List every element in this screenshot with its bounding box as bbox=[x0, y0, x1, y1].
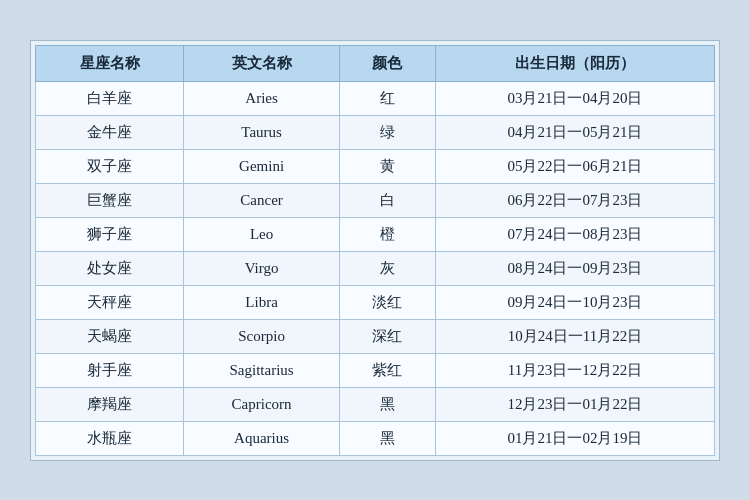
cell-color: 淡红 bbox=[339, 285, 435, 319]
cell-color: 黑 bbox=[339, 387, 435, 421]
table-row: 摩羯座Capricorn黑12月23日一01月22日 bbox=[36, 387, 715, 421]
cell-english: Sagittarius bbox=[184, 353, 340, 387]
header-dates: 出生日期（阳历） bbox=[435, 45, 714, 81]
cell-color: 黄 bbox=[339, 149, 435, 183]
cell-english: Leo bbox=[184, 217, 340, 251]
cell-dates: 05月22日一06月21日 bbox=[435, 149, 714, 183]
zodiac-table-container: 星座名称 英文名称 颜色 出生日期（阳历） 白羊座Aries红03月21日一04… bbox=[30, 40, 720, 461]
cell-chinese: 天秤座 bbox=[36, 285, 184, 319]
cell-dates: 06月22日一07月23日 bbox=[435, 183, 714, 217]
table-row: 巨蟹座Cancer白06月22日一07月23日 bbox=[36, 183, 715, 217]
cell-chinese: 白羊座 bbox=[36, 81, 184, 115]
cell-color: 白 bbox=[339, 183, 435, 217]
cell-english: Aquarius bbox=[184, 421, 340, 455]
cell-dates: 07月24日一08月23日 bbox=[435, 217, 714, 251]
table-row: 双子座Gemini黄05月22日一06月21日 bbox=[36, 149, 715, 183]
cell-color: 黑 bbox=[339, 421, 435, 455]
cell-chinese: 天蝎座 bbox=[36, 319, 184, 353]
cell-english: Capricorn bbox=[184, 387, 340, 421]
table-row: 天秤座Libra淡红09月24日一10月23日 bbox=[36, 285, 715, 319]
header-chinese-name: 星座名称 bbox=[36, 45, 184, 81]
table-header-row: 星座名称 英文名称 颜色 出生日期（阳历） bbox=[36, 45, 715, 81]
cell-chinese: 射手座 bbox=[36, 353, 184, 387]
table-row: 金牛座Taurus绿04月21日一05月21日 bbox=[36, 115, 715, 149]
cell-english: Aries bbox=[184, 81, 340, 115]
table-row: 处女座Virgo灰08月24日一09月23日 bbox=[36, 251, 715, 285]
cell-dates: 10月24日一11月22日 bbox=[435, 319, 714, 353]
cell-color: 红 bbox=[339, 81, 435, 115]
cell-chinese: 摩羯座 bbox=[36, 387, 184, 421]
cell-dates: 11月23日一12月22日 bbox=[435, 353, 714, 387]
cell-chinese: 双子座 bbox=[36, 149, 184, 183]
cell-dates: 01月21日一02月19日 bbox=[435, 421, 714, 455]
table-row: 天蝎座Scorpio深红10月24日一11月22日 bbox=[36, 319, 715, 353]
cell-dates: 03月21日一04月20日 bbox=[435, 81, 714, 115]
table-row: 狮子座Leo橙07月24日一08月23日 bbox=[36, 217, 715, 251]
cell-english: Taurus bbox=[184, 115, 340, 149]
cell-dates: 08月24日一09月23日 bbox=[435, 251, 714, 285]
cell-color: 灰 bbox=[339, 251, 435, 285]
cell-chinese: 巨蟹座 bbox=[36, 183, 184, 217]
cell-chinese: 处女座 bbox=[36, 251, 184, 285]
cell-color: 绿 bbox=[339, 115, 435, 149]
cell-english: Cancer bbox=[184, 183, 340, 217]
table-row: 白羊座Aries红03月21日一04月20日 bbox=[36, 81, 715, 115]
header-english-name: 英文名称 bbox=[184, 45, 340, 81]
cell-dates: 09月24日一10月23日 bbox=[435, 285, 714, 319]
cell-english: Libra bbox=[184, 285, 340, 319]
cell-english: Scorpio bbox=[184, 319, 340, 353]
cell-dates: 04月21日一05月21日 bbox=[435, 115, 714, 149]
cell-dates: 12月23日一01月22日 bbox=[435, 387, 714, 421]
header-color: 颜色 bbox=[339, 45, 435, 81]
cell-chinese: 狮子座 bbox=[36, 217, 184, 251]
cell-chinese: 金牛座 bbox=[36, 115, 184, 149]
table-row: 水瓶座Aquarius黑01月21日一02月19日 bbox=[36, 421, 715, 455]
cell-chinese: 水瓶座 bbox=[36, 421, 184, 455]
cell-english: Virgo bbox=[184, 251, 340, 285]
zodiac-table: 星座名称 英文名称 颜色 出生日期（阳历） 白羊座Aries红03月21日一04… bbox=[35, 45, 715, 456]
cell-color: 深红 bbox=[339, 319, 435, 353]
table-row: 射手座Sagittarius紫红11月23日一12月22日 bbox=[36, 353, 715, 387]
cell-color: 紫红 bbox=[339, 353, 435, 387]
cell-english: Gemini bbox=[184, 149, 340, 183]
cell-color: 橙 bbox=[339, 217, 435, 251]
